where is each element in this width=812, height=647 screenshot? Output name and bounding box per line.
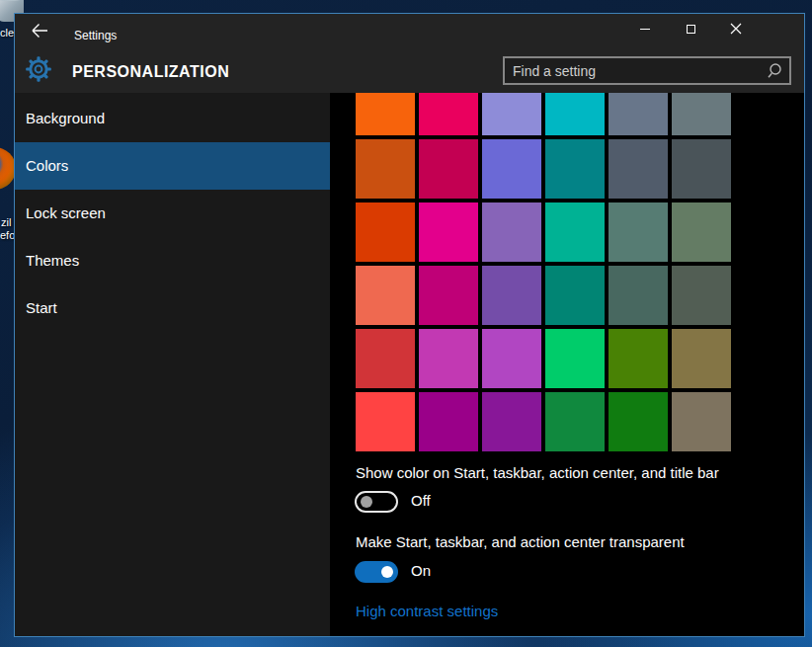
- show-color-state: Off: [411, 492, 431, 509]
- accent-swatch-r1-c1[interactable]: [356, 93, 415, 135]
- accent-swatch-r3-c2[interactable]: [419, 202, 478, 262]
- accent-color-grid: [356, 93, 731, 451]
- firefox-label-line2: efo: [0, 229, 15, 241]
- accent-swatch-r3-c3[interactable]: [482, 202, 541, 262]
- accent-swatch-r5-c6[interactable]: [672, 329, 731, 388]
- accent-swatch-r1-c6[interactable]: [672, 93, 731, 135]
- toggle-knob: [381, 566, 393, 578]
- accent-swatch-r1-c3[interactable]: [482, 93, 541, 135]
- page-title: PERSONALIZATION: [72, 63, 229, 81]
- accent-swatch-r3-c6[interactable]: [672, 202, 731, 262]
- firefox-label-line1: zil: [1, 216, 11, 228]
- back-button[interactable]: [29, 20, 58, 45]
- gear-icon: [25, 55, 52, 83]
- accent-swatch-r4-c4[interactable]: [545, 266, 605, 325]
- sidebar-item-start[interactable]: Start: [15, 284, 330, 332]
- search-input[interactable]: [505, 63, 765, 79]
- minimize-icon: [640, 29, 650, 30]
- show-color-label: Show color on Start, taskbar, action cen…: [356, 464, 719, 481]
- sidebar: BackgroundColorsLock screenThemesStart: [15, 93, 330, 636]
- sidebar-item-lock-screen[interactable]: Lock screen: [15, 190, 330, 237]
- close-button[interactable]: [713, 14, 759, 43]
- recycle-bin-label: cle: [0, 27, 14, 39]
- accent-swatch-r1-c5[interactable]: [609, 93, 668, 135]
- accent-swatch-r6-c6[interactable]: [672, 392, 731, 451]
- window-header: Settings: [15, 14, 804, 93]
- accent-swatch-r5-c5[interactable]: [609, 329, 668, 388]
- accent-swatch-r4-c3[interactable]: [482, 266, 541, 325]
- minimize-button[interactable]: [622, 14, 668, 43]
- accent-swatch-r3-c1[interactable]: [356, 202, 415, 262]
- accent-swatch-r6-c3[interactable]: [482, 392, 541, 451]
- accent-swatch-r4-c1[interactable]: [356, 266, 415, 325]
- search-icon[interactable]: [765, 61, 784, 81]
- accent-swatch-r5-c4[interactable]: [545, 329, 605, 388]
- show-color-toggle[interactable]: [355, 491, 398, 513]
- accent-swatch-r4-c5[interactable]: [609, 266, 668, 325]
- accent-swatch-r6-c5[interactable]: [609, 392, 668, 451]
- desktop-wallpaper: cle zil efo Settings: [0, 0, 812, 647]
- transparency-state: On: [411, 562, 431, 579]
- accent-swatch-r5-c1[interactable]: [356, 329, 415, 388]
- app-title: Settings: [74, 29, 117, 42]
- high-contrast-settings-link[interactable]: High contrast settings: [356, 603, 498, 619]
- maximize-button[interactable]: [668, 14, 713, 43]
- accent-swatch-r2-c3[interactable]: [482, 139, 541, 199]
- accent-swatch-r2-c2[interactable]: [419, 139, 478, 199]
- accent-swatch-r6-c2[interactable]: [419, 392, 478, 451]
- accent-swatch-r1-c4[interactable]: [545, 93, 605, 135]
- accent-swatch-r5-c3[interactable]: [482, 329, 541, 388]
- settings-window: Settings: [14, 13, 805, 637]
- accent-swatch-r3-c5[interactable]: [609, 202, 668, 262]
- sidebar-item-colors[interactable]: Colors: [15, 142, 330, 190]
- sidebar-item-background[interactable]: Background: [15, 95, 330, 142]
- accent-swatch-r2-c5[interactable]: [609, 139, 668, 199]
- accent-swatch-r2-c4[interactable]: [545, 139, 605, 199]
- transparency-toggle[interactable]: [355, 561, 398, 583]
- accent-swatch-r5-c2[interactable]: [419, 329, 478, 388]
- accent-swatch-r2-c1[interactable]: [356, 139, 415, 199]
- accent-swatch-r3-c4[interactable]: [545, 202, 605, 262]
- accent-swatch-r4-c6[interactable]: [672, 266, 731, 325]
- close-icon: [730, 23, 742, 35]
- colors-page: Show color on Start, taskbar, action cen…: [330, 93, 804, 636]
- transparency-label: Make Start, taskbar, and action center t…: [356, 533, 685, 550]
- accent-swatch-r2-c6[interactable]: [672, 139, 731, 199]
- maximize-icon: [687, 25, 695, 34]
- search-box: [503, 56, 791, 85]
- accent-swatch-r6-c1[interactable]: [356, 392, 415, 451]
- accent-swatch-r1-c2[interactable]: [419, 93, 478, 135]
- accent-swatch-r4-c2[interactable]: [419, 266, 478, 325]
- accent-swatch-r6-c4[interactable]: [545, 392, 605, 451]
- back-arrow-icon: [29, 20, 50, 41]
- toggle-knob: [361, 496, 372, 508]
- sidebar-item-themes[interactable]: Themes: [15, 237, 330, 284]
